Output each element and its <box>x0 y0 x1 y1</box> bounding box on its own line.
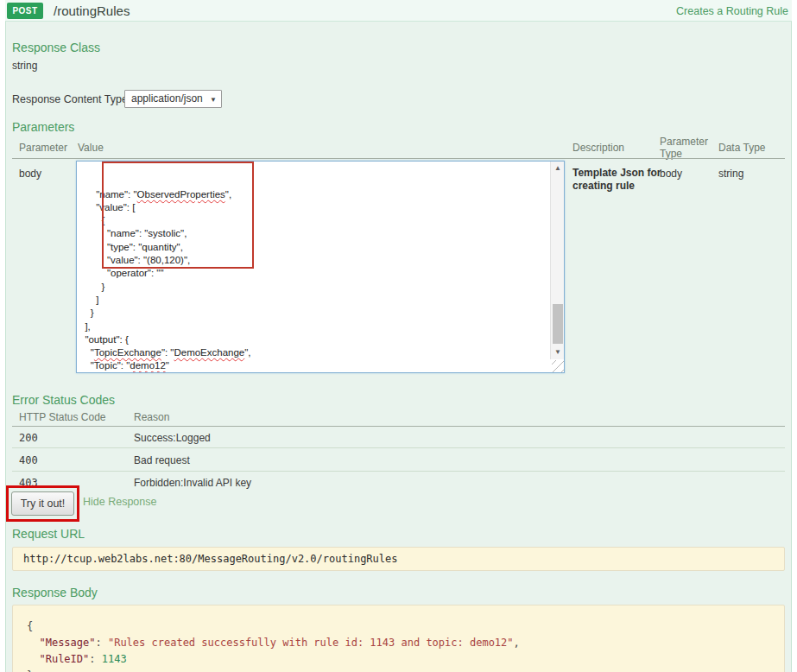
response-body-title: Response Body <box>12 586 98 599</box>
response-body-json: { "Message": "Rules created successfully… <box>12 605 785 672</box>
parameters-title: Parameters <box>12 120 74 134</box>
http-method-badge: POST <box>7 3 43 19</box>
col-header-reason: Reason <box>134 411 169 423</box>
scrollbar-thumb[interactable] <box>553 304 563 344</box>
textarea-scrollbar[interactable]: ▲ ▼ <box>550 162 564 359</box>
col-header-data-type: Data Type <box>718 142 765 154</box>
body-json-content: "name": "ObservedProperties", "value": [… <box>79 188 551 373</box>
row-divider <box>12 471 785 472</box>
status-reason: Success:Logged <box>134 432 211 444</box>
status-code: 403 <box>19 477 38 489</box>
row-divider <box>12 447 785 448</box>
col-header-description: Description <box>572 142 624 154</box>
status-code: 400 <box>19 454 38 466</box>
parameter-type: body <box>660 168 682 180</box>
response-class-value: string <box>12 60 37 72</box>
col-header-value: Value <box>78 142 104 154</box>
col-header-http-status-code: HTTP Status Code <box>19 411 106 423</box>
parameter-description: Template Json for creating rule <box>572 167 662 193</box>
error-status-codes-title: Error Status Codes <box>12 393 115 407</box>
try-it-out-button[interactable]: Try it out! <box>11 491 74 516</box>
hide-response-link[interactable]: Hide Response <box>83 496 156 508</box>
parameter-name: body <box>19 168 41 180</box>
parameter-data-type: string <box>718 168 743 180</box>
content-type-selected-value: application/json <box>131 92 203 105</box>
status-reason: Bad request <box>134 454 190 466</box>
response-class-title: Response Class <box>12 41 100 54</box>
parameters-header-divider <box>12 158 785 159</box>
operation-summary-link[interactable]: Creates a Routing Rule <box>676 5 788 17</box>
chevron-down-icon: ▼ <box>210 92 217 108</box>
textarea-resize-grip[interactable] <box>552 360 564 372</box>
scroll-up-icon[interactable]: ▲ <box>551 162 565 175</box>
col-header-parameter-type: Parameter Type <box>660 136 706 160</box>
scroll-down-icon[interactable]: ▼ <box>551 346 565 359</box>
body-parameter-textarea[interactable]: "name": "ObservedProperties", "value": [… <box>76 161 565 373</box>
status-reason: Forbidden:Invalid API key <box>134 477 251 489</box>
response-content-type-select[interactable]: application/json ▼ <box>124 90 222 108</box>
endpoint-path[interactable]: /routingRules <box>54 3 130 18</box>
col-header-parameter: Parameter <box>19 142 67 154</box>
status-code: 200 <box>19 432 38 444</box>
request-url-value: http://tcup.web2labs.net:80/MessageRouti… <box>12 547 785 571</box>
request-url-title: Request URL <box>12 527 85 541</box>
error-table-header-divider <box>12 426 785 427</box>
content-type-label: Response Content Type <box>12 93 128 105</box>
swagger-operation-page: POST /routingRules Creates a Routing Rul… <box>0 0 797 672</box>
